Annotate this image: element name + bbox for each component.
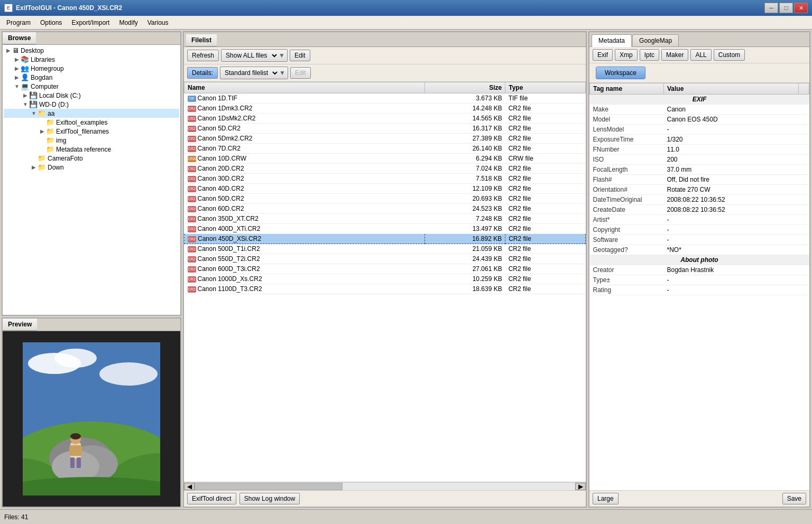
exiftool-direct-button[interactable]: ExifTool direct xyxy=(187,493,236,504)
table-row[interactable]: CR2Canon 60D.CR224.523 KBCR2 file xyxy=(184,204,586,214)
tree-item-localDisk[interactable]: ▶💾Local Disk (C:) xyxy=(4,91,179,100)
file-size: 14.565 KB xyxy=(425,114,505,124)
menu-export-import[interactable]: Export/Import xyxy=(67,17,114,28)
tree-label-img: img xyxy=(56,137,66,144)
table-row[interactable]: CR2Canon 5Dmk2.CR227.389 KBCR2 file xyxy=(184,134,586,144)
table-row[interactable]: TIFCanon 1D.TIF3.673 KBTIF file xyxy=(184,93,586,104)
close-button[interactable]: ✕ xyxy=(794,3,808,13)
tree-icon-desktop: 🖥 xyxy=(12,46,19,54)
file-size: 13.497 KB xyxy=(425,224,505,234)
tree-item-wdd[interactable]: ▼💾WD-D (D:) xyxy=(4,100,179,109)
tab-metadata[interactable]: Metadata xyxy=(592,34,632,47)
col-type[interactable]: Type xyxy=(505,82,586,93)
edit-button-1[interactable]: Edit xyxy=(290,50,310,61)
meta-value: Bogdan Hrastnik xyxy=(664,265,799,275)
table-row[interactable]: CR2Canon 450D_XSi.CR216.892 KBCR2 file xyxy=(184,234,586,244)
filelist-tab[interactable]: Filelist xyxy=(186,34,217,46)
table-row[interactable]: CR2Canon 600D_T3i.CR227.061 KBCR2 file xyxy=(184,264,586,274)
preview-tab[interactable]: Preview xyxy=(3,319,37,331)
tree-item-computer[interactable]: ▼💻Computer xyxy=(4,82,179,91)
large-button[interactable]: Large xyxy=(593,493,619,504)
show-files-dropdown[interactable]: Show ALL files xyxy=(222,50,279,61)
cr2-icon: CR2 xyxy=(188,276,196,283)
file-name: CR2Canon 30D.CR2 xyxy=(184,174,425,184)
svg-rect-15 xyxy=(77,457,81,468)
maker-button[interactable]: Maker xyxy=(661,49,688,61)
tab-googlemap[interactable]: GoogleMap xyxy=(632,34,679,46)
all-button[interactable]: ALL xyxy=(690,49,711,61)
meta-tag: Rating xyxy=(590,285,664,295)
table-row[interactable]: CR2Canon 40D.CR212.109 KBCR2 file xyxy=(184,184,586,194)
tree-item-down[interactable]: ▶📁Down xyxy=(4,163,179,172)
minimize-button[interactable]: ─ xyxy=(764,3,778,13)
svg-point-2 xyxy=(54,349,97,368)
table-row[interactable]: CR2Canon 1Dmk3.CR214.248 KBCR2 file xyxy=(184,104,586,114)
browse-panel: Browse ▶🖥Desktop▶📚Libraries▶👥Homegroup▶👤… xyxy=(2,31,181,316)
tif-icon: TIF xyxy=(188,96,196,102)
custom-button[interactable]: Custom xyxy=(714,49,745,61)
tree-toggle-bogdan: ▶ xyxy=(13,74,21,80)
cr2-icon: CR2 xyxy=(188,246,196,252)
tree-icon-homegroup: 👥 xyxy=(21,64,29,72)
table-row[interactable]: CR2Canon 20D.CR27.024 KBCR2 file xyxy=(184,164,586,174)
file-name-text: Canon 50D.CR2 xyxy=(198,195,244,202)
filelist-type-dropdown[interactable]: Standard filelist xyxy=(220,67,279,79)
file-name: CR2Canon 350D_XT.CR2 xyxy=(184,214,425,224)
table-row[interactable]: CR2Canon 5D.CR216.317 KBCR2 file xyxy=(184,124,586,134)
table-row[interactable]: CR2Canon 350D_XT.CR27.248 KBCR2 file xyxy=(184,214,586,224)
table-row[interactable]: CR2Canon 1DsMk2.CR214.565 KBCR2 file xyxy=(184,114,586,124)
details-button[interactable]: Details: xyxy=(187,67,218,79)
table-row[interactable]: CRWCanon 10D.CRW6.294 KBCRW file xyxy=(184,154,586,164)
table-row[interactable]: CR2Canon 50D.CR220.693 KBCR2 file xyxy=(184,194,586,204)
file-type: CR2 file xyxy=(505,124,586,134)
tree-item-aa[interactable]: ▼📁aa xyxy=(4,109,179,118)
table-row[interactable]: CR2Canon 400D_XTi.CR213.497 KBCR2 file xyxy=(184,224,586,234)
col-value: Value xyxy=(664,83,799,95)
iptc-button[interactable]: Iptc xyxy=(640,49,659,61)
maximize-button[interactable]: □ xyxy=(779,3,793,13)
xmp-button[interactable]: Xmp xyxy=(615,49,638,61)
refresh-button[interactable]: Refresh xyxy=(187,50,219,61)
tree-item-img[interactable]: 📁img xyxy=(4,136,179,145)
file-type: CR2 file xyxy=(505,184,586,194)
save-button[interactable]: Save xyxy=(782,493,806,504)
file-size: 7.024 KB xyxy=(425,164,505,174)
file-name-text: Canon 400D_XTi.CR2 xyxy=(198,225,261,232)
meta-table-container: Tag name Value EXIFMakeCanonModelCanon E… xyxy=(589,83,809,490)
tree-icon-exifExamples: 📁 xyxy=(46,118,54,126)
menu-various[interactable]: Various xyxy=(143,17,173,28)
edit-button-2[interactable]: Edit xyxy=(290,67,311,79)
file-name: CR2Canon 60D.CR2 xyxy=(184,204,425,214)
file-name: CR2Canon 5D.CR2 xyxy=(184,124,425,134)
file-type: CR2 file xyxy=(505,194,586,204)
col-size[interactable]: Size xyxy=(425,82,505,93)
tree-item-exifFilenames[interactable]: ▶📁ExifTool_filenames xyxy=(4,127,179,136)
menu-modify[interactable]: Modify xyxy=(115,17,142,28)
tree-item-metaRef[interactable]: 📁Metadata reference xyxy=(4,145,179,154)
file-type: TIF file xyxy=(505,93,586,104)
table-row[interactable]: CR2Canon 550D_T2i.CR224.439 KBCR2 file xyxy=(184,254,586,264)
browse-tab[interactable]: Browse xyxy=(3,32,36,44)
file-name-text: Canon 10D.CRW xyxy=(198,155,246,162)
tree-item-desktop[interactable]: ▶🖥Desktop xyxy=(4,46,179,55)
meta-tag: Flash# xyxy=(590,175,664,185)
table-row[interactable]: CR2Canon 30D.CR27.518 KBCR2 file xyxy=(184,174,586,184)
table-row[interactable]: CR2Canon 7D.CR226.140 KBCR2 file xyxy=(184,144,586,154)
table-row[interactable]: CR2Canon 500D_T1i.CR221.059 KBCR2 file xyxy=(184,244,586,254)
menu-options[interactable]: Options xyxy=(36,17,66,28)
table-row[interactable]: CR2Canon 1000D_Xs.CR210.259 KBCR2 file xyxy=(184,274,586,284)
tree-item-libraries[interactable]: ▶📚Libraries xyxy=(4,55,179,64)
meta-tag: Orientation# xyxy=(590,185,664,195)
exif-button[interactable]: Exif xyxy=(593,49,613,61)
workspace-button[interactable]: Workspace xyxy=(596,67,645,79)
tree-item-homegroup[interactable]: ▶👥Homegroup xyxy=(4,64,179,73)
horizontal-scrollbar[interactable]: ◀ ▶ xyxy=(184,482,586,490)
tree-item-exifExamples[interactable]: 📁Exiftool_examples xyxy=(4,118,179,127)
col-name[interactable]: Name xyxy=(184,82,425,93)
file-name-text: Canon 1Dmk3.CR2 xyxy=(198,105,253,112)
tree-item-bogdan[interactable]: ▶👤Bogdan xyxy=(4,73,179,82)
show-log-window-button[interactable]: Show Log window xyxy=(239,493,300,504)
tree-item-cameraFoto[interactable]: 📁CameraFoto xyxy=(4,154,179,163)
menu-program[interactable]: Program xyxy=(2,17,35,28)
table-row[interactable]: CR2Canon 1100D_T3.CR218.639 KBCR2 file xyxy=(184,284,586,294)
